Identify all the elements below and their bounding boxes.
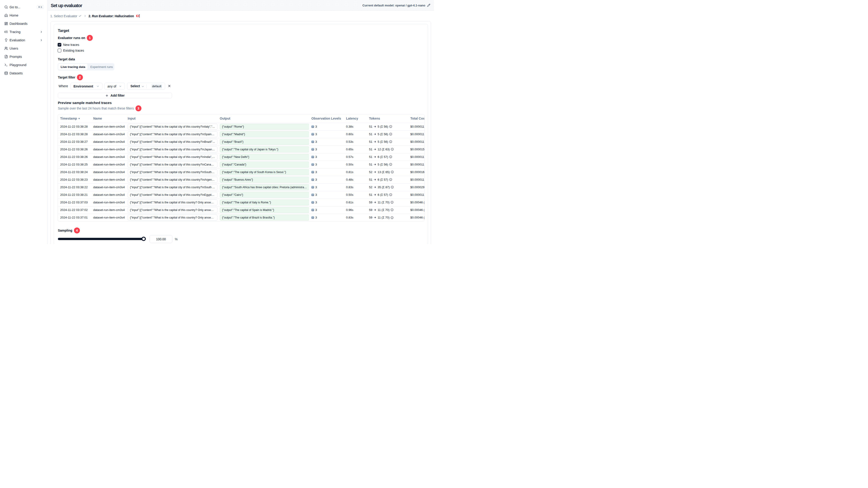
svg-text:i: i: [312, 156, 313, 158]
svg-text:i: i: [312, 194, 313, 196]
svg-text:i: i: [312, 201, 313, 204]
svg-text:i: i: [312, 186, 313, 189]
svg-text:i: i: [312, 209, 313, 211]
svg-text:i: i: [312, 178, 313, 181]
svg-text:i: i: [312, 133, 313, 135]
svg-text:i: i: [312, 171, 313, 173]
svg-text:i: i: [312, 163, 313, 166]
svg-text:i: i: [312, 126, 313, 128]
svg-text:i: i: [312, 217, 313, 219]
svg-text:i: i: [312, 141, 313, 143]
svg-text:i: i: [312, 148, 313, 151]
